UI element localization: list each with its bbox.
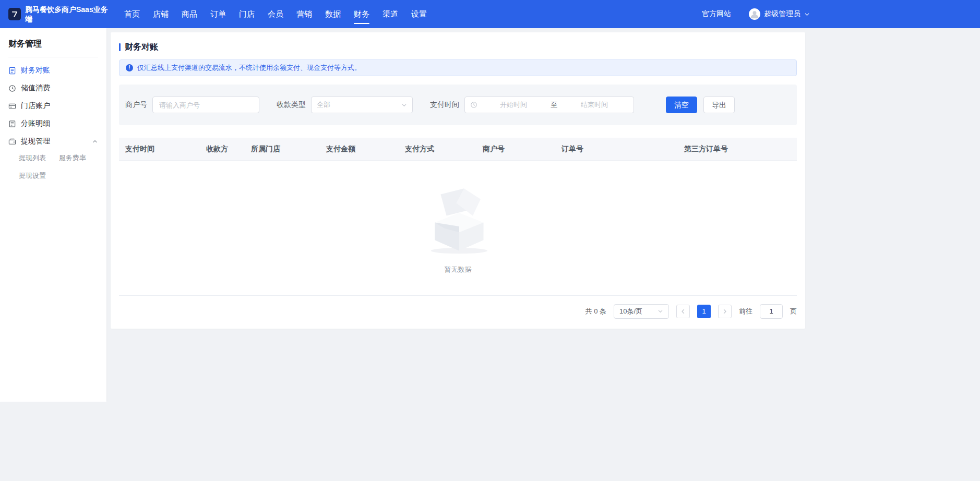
menu-label: 财务对账 bbox=[21, 66, 50, 75]
brand-title: 腾马餐饮多商户Saas业务端 bbox=[25, 5, 109, 23]
brand-logo-icon bbox=[8, 8, 21, 20]
submenu-item-service-rate[interactable]: 服务费率 bbox=[59, 153, 99, 163]
stored-value-icon bbox=[8, 85, 16, 92]
nav-item-goods[interactable]: 商品 bbox=[182, 0, 197, 28]
merchant-filter-group: 商户号 bbox=[125, 97, 259, 113]
sidebar-title: 财务管理 bbox=[8, 28, 98, 57]
user-menu[interactable]: 超级管理员 bbox=[749, 8, 810, 20]
sidebar-item-stored-value[interactable]: 储值消费 bbox=[0, 79, 106, 97]
column-header: 支付时间 bbox=[119, 145, 200, 154]
empty-state: 暂无数据 bbox=[119, 161, 797, 295]
column-header: 商户号 bbox=[476, 145, 555, 154]
app-body: 财务管理 财务对账 储值消费 门店账户 bbox=[0, 28, 980, 402]
info-alert: ! 仅汇总线上支付渠道的交易流水，不统计使用余额支付、现金支付等方式。 bbox=[119, 59, 797, 76]
withdraw-submenu: 提现列表 服务费率 提现设置 bbox=[0, 150, 106, 186]
nav-item-channels[interactable]: 渠道 bbox=[383, 0, 398, 28]
info-icon: ! bbox=[126, 64, 133, 71]
brand[interactable]: 腾马餐饮多商户Saas业务端 bbox=[8, 5, 109, 23]
navbar-right: 官方网站 超级管理员 bbox=[702, 8, 810, 20]
prev-page-button[interactable] bbox=[676, 305, 690, 318]
reconciliation-icon bbox=[8, 67, 16, 75]
merchant-label: 商户号 bbox=[125, 100, 147, 110]
total-count: 共 0 条 bbox=[585, 307, 606, 316]
withdraw-icon bbox=[8, 138, 16, 146]
page-size-select[interactable]: 10条/页 bbox=[614, 304, 669, 319]
submenu-item-withdraw-list[interactable]: 提现列表 bbox=[19, 153, 59, 163]
clear-button[interactable]: 清空 bbox=[666, 97, 697, 113]
title-accent-bar bbox=[119, 43, 121, 51]
user-avatar-icon bbox=[749, 8, 760, 20]
alert-text: 仅汇总线上支付渠道的交易流水，不统计使用余额支付、现金支付等方式。 bbox=[137, 63, 361, 73]
top-navbar: 腾马餐饮多商户Saas业务端 首页 店铺 商品 订单 门店 会员 营销 数据 财… bbox=[0, 0, 980, 28]
chevron-down-icon bbox=[658, 308, 663, 314]
nav-item-home[interactable]: 首页 bbox=[124, 0, 140, 28]
type-select-value: 全部 bbox=[317, 100, 330, 110]
time-label: 支付时间 bbox=[430, 100, 459, 110]
chevron-down-icon bbox=[401, 102, 407, 108]
end-time-placeholder: 结束时间 bbox=[560, 100, 628, 110]
column-header: 第三方订单号 bbox=[678, 145, 792, 154]
official-website-link[interactable]: 官方网站 bbox=[702, 9, 731, 19]
nav-item-data[interactable]: 数据 bbox=[325, 0, 341, 28]
column-header: 收款方 bbox=[200, 145, 245, 154]
sidebar: 财务管理 财务对账 储值消费 门店账户 bbox=[0, 28, 106, 402]
next-page-button[interactable] bbox=[718, 305, 732, 318]
type-filter-group: 收款类型 全部 bbox=[277, 97, 413, 113]
pagination-bar: 共 0 条 10条/页 1 前往 页 bbox=[119, 295, 797, 327]
content-card: 财务对账 ! 仅汇总线上支付渠道的交易流水，不统计使用余额支付、现金支付等方式。… bbox=[111, 32, 805, 329]
chevron-up-icon bbox=[92, 138, 98, 145]
sidebar-item-finance-reconciliation[interactable]: 财务对账 bbox=[0, 62, 106, 79]
goto-label: 前往 bbox=[739, 307, 752, 316]
nav-item-stores[interactable]: 门店 bbox=[239, 0, 255, 28]
filter-bar: 商户号 收款类型 全部 支付时间 bbox=[119, 85, 797, 125]
column-header: 支付方式 bbox=[399, 145, 476, 154]
clock-icon bbox=[470, 101, 477, 109]
top-navbar-inner: 腾马餐饮多商户Saas业务端 首页 店铺 商品 订单 门店 会员 营销 数据 财… bbox=[0, 0, 818, 28]
nav-item-settings[interactable]: 设置 bbox=[411, 0, 427, 28]
menu-label: 储值消费 bbox=[21, 83, 50, 93]
page-1-button[interactable]: 1 bbox=[697, 305, 711, 318]
export-button[interactable]: 导出 bbox=[703, 97, 735, 113]
column-header: 支付 bbox=[792, 145, 797, 154]
chevron-right-icon bbox=[722, 308, 728, 315]
user-name: 超级管理员 bbox=[764, 9, 800, 19]
sidebar-item-split-detail[interactable]: 分账明细 bbox=[0, 115, 106, 133]
page-title-row: 财务对账 bbox=[119, 42, 797, 53]
column-header: 支付金额 bbox=[320, 145, 399, 154]
pay-time-range-picker[interactable]: 开始时间 至 结束时间 bbox=[464, 97, 634, 113]
merchant-input[interactable] bbox=[152, 97, 259, 113]
nav-item-members[interactable]: 会员 bbox=[268, 0, 283, 28]
nav-item-shop[interactable]: 店铺 bbox=[153, 0, 169, 28]
goto-page-input[interactable] bbox=[760, 304, 783, 319]
column-header: 订单号 bbox=[555, 145, 678, 154]
empty-text: 暂无数据 bbox=[119, 265, 797, 274]
menu-label: 分账明细 bbox=[21, 119, 50, 128]
chevron-left-icon bbox=[680, 308, 686, 315]
column-header: 所属门店 bbox=[245, 145, 320, 154]
nav-item-marketing[interactable]: 营销 bbox=[296, 0, 312, 28]
sidebar-item-withdraw-management[interactable]: 提现管理 bbox=[0, 133, 106, 150]
sidebar-item-store-account[interactable]: 门店账户 bbox=[0, 97, 106, 115]
empty-box-illustration bbox=[419, 184, 497, 256]
nav-item-finance[interactable]: 财务 bbox=[354, 0, 369, 28]
chevron-down-icon bbox=[804, 11, 810, 17]
store-account-icon bbox=[8, 102, 16, 110]
menu-label: 提现管理 bbox=[21, 137, 50, 146]
range-separator: 至 bbox=[549, 100, 558, 110]
sidebar-menu: 财务对账 储值消费 门店账户 分账明细 bbox=[0, 57, 106, 186]
page-title: 财务对账 bbox=[125, 42, 158, 53]
time-filter-group: 支付时间 开始时间 至 结束时间 bbox=[430, 97, 634, 113]
page-size-value: 10条/页 bbox=[619, 307, 642, 316]
table-header-row: 支付时间 收款方 所属门店 支付金额 支付方式 商户号 订单号 第三方订单号 支… bbox=[119, 138, 797, 161]
page-unit: 页 bbox=[790, 307, 797, 316]
submenu-item-withdraw-settings[interactable]: 提现设置 bbox=[19, 171, 59, 181]
type-select[interactable]: 全部 bbox=[311, 97, 413, 113]
top-menu: 首页 店铺 商品 订单 门店 会员 营销 数据 财务 渠道 设置 bbox=[124, 0, 427, 28]
main-area: 财务对账 ! 仅汇总线上支付渠道的交易流水，不统计使用余额支付、现金支付等方式。… bbox=[106, 28, 980, 402]
split-detail-icon bbox=[8, 120, 16, 128]
nav-item-orders[interactable]: 订单 bbox=[210, 0, 226, 28]
menu-label: 门店账户 bbox=[21, 101, 50, 111]
type-label: 收款类型 bbox=[277, 100, 306, 110]
start-time-placeholder: 开始时间 bbox=[480, 100, 547, 110]
